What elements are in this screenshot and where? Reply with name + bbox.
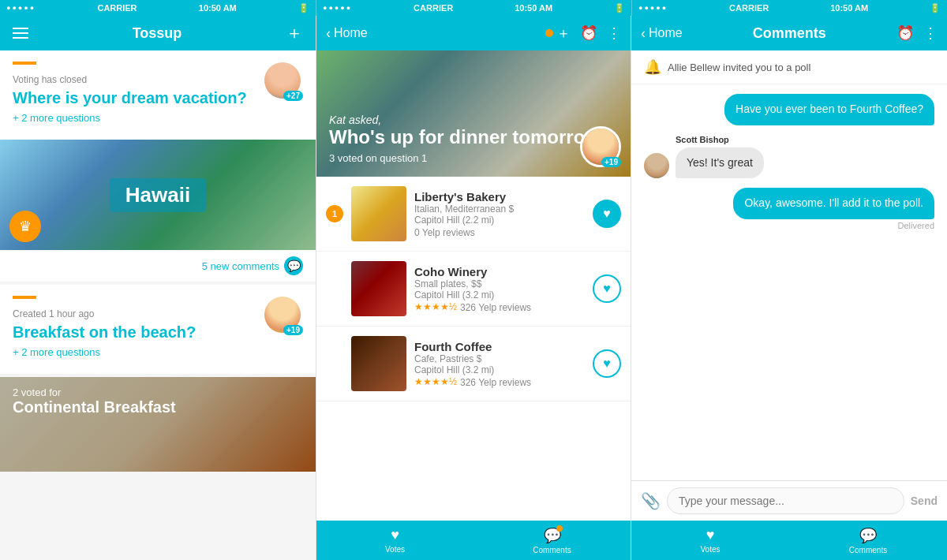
back-button-2[interactable]: ‹ Home: [326, 25, 368, 42]
more-icon[interactable]: ⋮: [607, 24, 621, 42]
hero-voted: 3 voted on question 1: [329, 152, 612, 164]
message-input[interactable]: [667, 487, 904, 514]
card-breakfast-beach[interactable]: Created 1 hour ago Breakfast on the beac…: [0, 285, 316, 374]
back-label-2: Home: [334, 26, 368, 40]
crown-icon: ♛: [9, 211, 41, 242]
panel2-header-icons: ＋ ⏰ ⋮: [545, 24, 621, 43]
message-left-1: Scott Bishop Yes! It's great: [644, 135, 764, 179]
panel2-bottom-nav: ♥ Votes 💬 Comments: [316, 521, 631, 560]
back-chevron-3: ‹: [641, 25, 646, 42]
rest-stars-3: ★★★★½: [414, 376, 457, 387]
back-chevron-2: ‹: [326, 25, 331, 42]
card-dream-vacation[interactable]: Voting has closed Where is your dream va…: [0, 50, 316, 282]
card-meta-1: Voting has closed: [13, 74, 303, 85]
voted-for-text: 2 voted for: [13, 386, 176, 398]
msg-left-content: Scott Bishop Yes! It's great: [676, 135, 764, 179]
rest-name-1: Liberty's Bakery: [414, 190, 585, 203]
bottom-nav-votes-2[interactable]: ♥ Votes: [316, 521, 474, 560]
battery-2: 🔋: [614, 3, 625, 13]
hamburger-menu[interactable]: [13, 28, 28, 39]
alarm-icon[interactable]: ⏰: [580, 24, 597, 42]
comments-icon-3: 💬: [859, 527, 877, 544]
card-continental[interactable]: 2 voted for Continental Breakfast: [0, 377, 316, 472]
continental-voted: 2 voted for Continental Breakfast: [13, 386, 176, 416]
rest-reviews-3: 326 Yelp reviews: [460, 377, 531, 388]
notification-row: 🔔 Allie Bellew invited you to a poll: [631, 50, 947, 84]
status-segment-1: ●●●●● CARRIER 10:50 AM 🔋: [0, 0, 316, 16]
message-right-1: Have you ever been to Fourth Coffee?: [724, 94, 934, 125]
panel2-header: ‹ Home ＋ ⏰ ⋮: [316, 16, 631, 50]
card-text-section-2: Created 1 hour ago Breakfast on the beac…: [0, 285, 316, 374]
panel3-bottom-nav: ♥ Votes 💬 Comments: [631, 521, 947, 560]
heart-button-1[interactable]: ♥: [593, 200, 621, 228]
continental-image: 2 voted for Continental Breakfast: [0, 377, 316, 472]
attach-icon[interactable]: 📎: [641, 491, 661, 510]
time-2: 10:50 AM: [515, 3, 552, 13]
card-question-2: Breakfast on the beach?: [13, 323, 303, 342]
rest-cuisine-2: Small plates, $$: [414, 278, 585, 289]
alarm-icon-3[interactable]: ⏰: [896, 24, 914, 42]
rest-number-1: 1: [326, 205, 343, 222]
back-label-3: Home: [649, 26, 683, 40]
comments-title: Comments: [753, 25, 826, 42]
restaurant-item-3[interactable]: Fourth Coffee Cafe, Pastries $ Capitol H…: [316, 327, 631, 401]
carrier-label-1: CARRIER: [97, 3, 137, 13]
battery-3: 🔋: [930, 3, 941, 13]
comments-count: 5 new comments: [202, 260, 279, 272]
add-button[interactable]: ＋: [286, 21, 303, 45]
hero-text: Kat asked, Who's up for dinner tomorrow?…: [329, 114, 612, 164]
panel3-header: ‹ Home Comments ⏰ ⋮: [631, 16, 947, 50]
restaurant-item-1[interactable]: 1 Liberty's Bakery Italian, Mediterranea…: [316, 177, 631, 252]
plus-icon[interactable]: ＋: [556, 24, 571, 43]
hero-avatar-container: +19: [580, 126, 621, 167]
rest-image-3: [351, 336, 406, 391]
bottom-nav-votes-3[interactable]: ♥ Votes: [631, 521, 789, 560]
status-segment-2: ●●●●● CARRIER 10:50 AM 🔋: [316, 0, 631, 16]
card-comments-row[interactable]: 5 new comments 💬: [0, 250, 316, 282]
app-title: Tossup: [133, 25, 182, 42]
avatar-container-2: +19: [262, 294, 303, 335]
battery-1: 🔋: [298, 3, 309, 13]
heart-button-2[interactable]: ♥: [593, 274, 621, 303]
rest-image-1: [351, 186, 406, 241]
rest-name-2: Coho Winery: [414, 265, 585, 278]
more-icon-3[interactable]: ⋮: [923, 24, 938, 42]
card-text-section: Voting has closed Where is your dream va…: [0, 50, 316, 140]
panel2-hero: Kat asked, Who's up for dinner tomorrow?…: [316, 50, 631, 177]
time-3: 10:50 AM: [830, 3, 868, 13]
panel1-tossup: Tossup ＋ Voting has closed Where is your…: [0, 16, 316, 560]
send-button[interactable]: Send: [911, 495, 938, 507]
signal-dots-2: ●●●●●: [323, 4, 352, 12]
orange-dot-plus[interactable]: ＋: [545, 24, 571, 43]
rest-stars-2: ★★★★½: [414, 301, 457, 312]
card-question-1: Where is your dream vacation?: [13, 88, 303, 107]
status-bar: ●●●●● CARRIER 10:50 AM 🔋 ●●●●● CARRIER 1…: [0, 0, 947, 16]
rest-cuisine-3: Cafe, Pastries $: [414, 353, 585, 364]
comments-label-3: Comments: [849, 546, 887, 554]
notification-text: Allie Bellew invited you to a poll: [668, 62, 810, 73]
rest-reviews-1: 0 Yelp reviews: [414, 227, 585, 238]
votes-label-3: Votes: [700, 545, 720, 554]
card-tag-orange: [13, 62, 36, 65]
hero-question: Who's up for dinner tomorrow?: [329, 126, 612, 149]
panel2-home: ‹ Home ＋ ⏰ ⋮ Kat asked, Who's up for din…: [316, 16, 631, 560]
time-1: 10:50 AM: [199, 3, 237, 13]
bottom-nav-comments-2[interactable]: 💬 Comments: [474, 521, 631, 560]
avatar-badge-1: +27: [283, 91, 303, 101]
signal-dots-1: ●●●●●: [6, 4, 36, 12]
back-button-3[interactable]: ‹ Home: [641, 25, 683, 42]
rest-reviews-2: 326 Yelp reviews: [460, 302, 531, 313]
rest-info-2: Coho Winery Small plates, $$ Capitol Hil…: [414, 265, 585, 313]
heart-button-3[interactable]: ♥: [593, 349, 621, 378]
bottom-nav-comments-3[interactable]: 💬 Comments: [789, 521, 947, 560]
hawaii-label-bg: Hawaii: [110, 178, 206, 212]
bubble-left-1: Yes! It's great: [676, 147, 764, 179]
comment-icon[interactable]: 💬: [284, 256, 303, 275]
bubble-right-1: Have you ever been to Fourth Coffee?: [724, 94, 934, 125]
panel1-content: Voting has closed Where is your dream va…: [0, 50, 316, 560]
card-more-2: + 2 more questions: [13, 346, 303, 358]
restaurant-item-2[interactable]: Coho Winery Small plates, $$ Capitol Hil…: [316, 252, 631, 327]
votes-label: Votes: [385, 545, 405, 554]
rest-location-3: Capitol Hill (3.2 mi): [414, 364, 585, 375]
avatar-scott: [644, 153, 669, 178]
